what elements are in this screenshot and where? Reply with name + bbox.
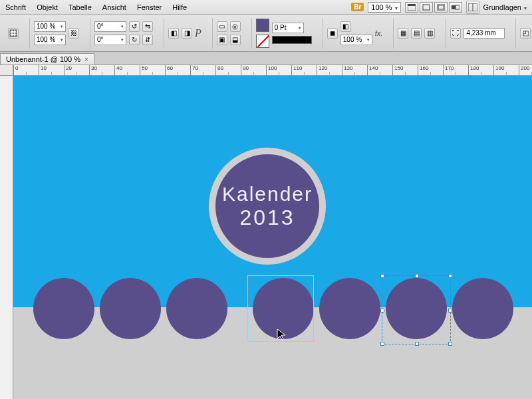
measurement-field[interactable]: 4,233 mm	[464, 28, 505, 39]
control-bar: 100 %▾ 100 %▾ ⛓ 0°▾ 0°▾ ↺ ↻ ⇋ ⇵ ◧ ◨ P ▭ …	[0, 15, 532, 52]
select-container-button[interactable]: ◧	[168, 28, 179, 39]
ruler-tick: 40	[114, 65, 122, 76]
menubar: Schrift Objekt Tabelle Ansicht Fenster H…	[0, 0, 532, 15]
title-line2: 2013	[239, 205, 295, 230]
stroke-style-picker[interactable]	[272, 36, 312, 44]
horizontal-ruler[interactable]: 0102030405060708090100110120130140150160…	[13, 65, 532, 76]
rotate-cw-button[interactable]: ↻	[129, 35, 140, 45]
svg-point-13	[10, 33, 11, 34]
ruler-tick: 20	[64, 65, 72, 76]
svg-point-18	[15, 35, 17, 37]
ruler-tick: 100	[266, 65, 277, 76]
text-wrap-none[interactable]: ▭	[217, 21, 227, 32]
scale-x-field[interactable]: 100 %▾	[34, 21, 66, 32]
title-circle[interactable]: Kalender 2013	[209, 148, 326, 265]
month-circle[interactable]	[100, 278, 161, 339]
corner-options-button[interactable]: ◰	[520, 28, 531, 39]
vertical-ruler[interactable]	[0, 76, 13, 399]
menu-tabelle[interactable]: Tabelle	[63, 3, 97, 11]
svg-point-15	[15, 33, 17, 34]
ruler-tick: 170	[443, 65, 454, 76]
ruler-tick: 110	[291, 65, 302, 76]
ruler-tick: 10	[39, 65, 47, 76]
selection-box-a	[247, 275, 314, 342]
ruler-tick: 140	[367, 65, 378, 76]
ruler-origin[interactable]	[0, 65, 13, 76]
ruler-tick: 30	[89, 65, 97, 76]
ruler-tick: 190	[493, 65, 504, 76]
effects-button[interactable]: fx.	[375, 29, 383, 37]
svg-rect-4	[438, 5, 444, 9]
ruler-tick: 70	[190, 65, 198, 76]
workspace-picker[interactable]: Grundlagen	[483, 3, 527, 11]
svg-point-12	[15, 30, 17, 31]
ruler-tick: 120	[317, 65, 327, 76]
select-content-button[interactable]: ◨	[182, 28, 192, 39]
rotate-ccw-button[interactable]: ↺	[129, 21, 140, 32]
ruler-tick: 80	[215, 65, 223, 76]
document-tab-label: Unbenannt-1 @ 100 %	[6, 55, 80, 63]
flip-horizontal-button[interactable]: ⇋	[142, 21, 153, 32]
menu-fenster[interactable]: Fenster	[132, 3, 167, 11]
svg-point-17	[13, 35, 14, 37]
menu-hilfe[interactable]: Hilfe	[167, 3, 192, 11]
arrange-documents-button[interactable]	[466, 1, 479, 14]
text-wrap-shape[interactable]: ◎	[230, 21, 241, 32]
document-tab[interactable]: Unbenannt-1 @ 100 % ×	[0, 53, 94, 65]
month-circle[interactable]	[166, 278, 227, 339]
selection-box-b[interactable]	[382, 275, 451, 344]
fill-swatch[interactable]	[256, 19, 269, 32]
svg-rect-1	[408, 4, 416, 6]
screen-mode-group	[405, 2, 462, 13]
rotation-field[interactable]: 0°▾	[94, 21, 126, 32]
month-circle[interactable]	[452, 278, 513, 339]
svg-point-10	[10, 30, 11, 31]
stroke-swatch[interactable]	[256, 35, 269, 48]
ruler-tick: 150	[392, 65, 403, 76]
title-line1: Kalender	[222, 183, 313, 205]
month-circle[interactable]	[319, 278, 380, 339]
constrain-scale-icon[interactable]: ⛓	[68, 28, 79, 39]
stroke-weight-field[interactable]: 0 Pt▾	[272, 23, 304, 33]
ruler-tick: 130	[342, 65, 352, 76]
shear-field[interactable]: 0°▾	[94, 35, 126, 45]
svg-rect-2	[423, 5, 430, 10]
paragraph-style-icon[interactable]: P	[195, 27, 201, 39]
svg-point-11	[13, 30, 14, 31]
svg-point-14	[13, 33, 14, 34]
ruler-tick: 200	[519, 65, 529, 76]
ruler-tick: 90	[241, 65, 249, 76]
menu-ansicht[interactable]: Ansicht	[97, 3, 132, 11]
ruler-tick: 180	[468, 65, 479, 76]
svg-rect-6	[456, 5, 460, 9]
scale-y-field[interactable]: 100 %▾	[34, 35, 66, 45]
ruler-tick: 50	[140, 65, 148, 76]
svg-point-16	[10, 35, 11, 37]
opacity-icon: ◧	[340, 21, 351, 32]
fit-content-button[interactable]: ▦	[398, 28, 408, 39]
document-canvas[interactable]: Kalender 2013	[13, 76, 532, 399]
close-tab-button[interactable]: ×	[84, 56, 88, 63]
month-circle[interactable]	[33, 278, 94, 339]
document-tab-bar: Unbenannt-1 @ 100 % ×	[0, 52, 532, 65]
view-mode-preview[interactable]	[420, 2, 433, 13]
ruler-tick: 60	[165, 65, 173, 76]
bridge-button[interactable]: Br	[351, 3, 364, 11]
drop-shadow-button[interactable]: ◼	[327, 28, 338, 39]
transform-button[interactable]: ⛶	[450, 28, 461, 39]
ruler-tick: 160	[418, 65, 428, 76]
zoom-level-field[interactable]: 100 %	[368, 2, 400, 13]
view-mode-slug[interactable]	[449, 2, 462, 13]
flip-vertical-button[interactable]: ⇵	[142, 35, 153, 45]
menu-objekt[interactable]: Objekt	[31, 3, 63, 11]
opacity-field[interactable]: 100 %▾	[340, 35, 372, 45]
reference-point-proxy[interactable]	[8, 28, 19, 39]
text-wrap-bounding[interactable]: ▣	[217, 35, 227, 45]
center-content-button[interactable]: ▥	[424, 28, 435, 39]
view-mode-bleed[interactable]	[434, 2, 448, 13]
text-wrap-jump[interactable]: ⬓	[230, 35, 241, 45]
svg-rect-5	[452, 5, 456, 9]
view-mode-normal[interactable]	[405, 2, 418, 13]
menu-schrift[interactable]: Schrift	[0, 3, 31, 11]
fit-frame-button[interactable]: ▤	[411, 28, 422, 39]
